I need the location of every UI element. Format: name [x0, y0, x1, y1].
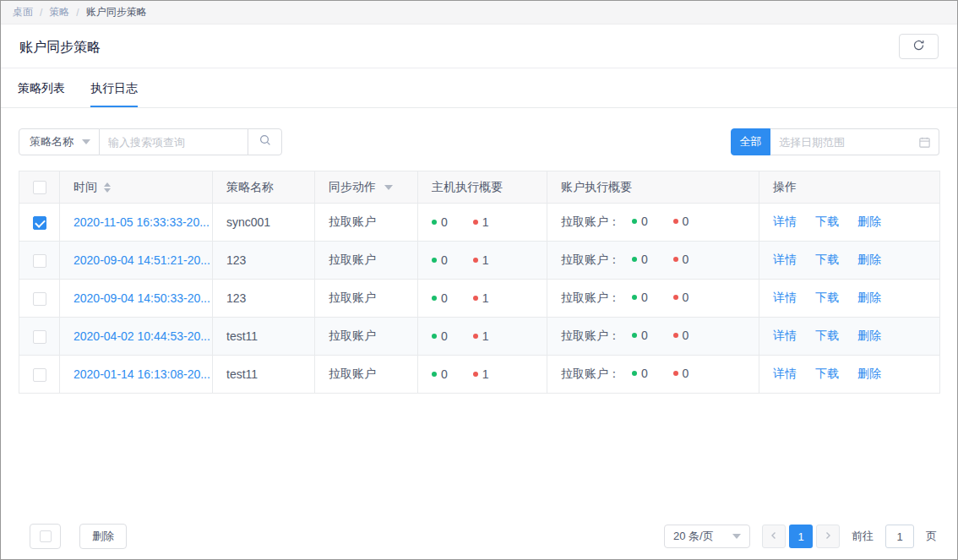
next-page-button[interactable]: [816, 525, 840, 548]
download-link[interactable]: 下载: [815, 367, 839, 380]
search-input[interactable]: [100, 128, 248, 155]
table-row: 2020-04-02 10:44:53-20... test11 拉取账户 0 …: [19, 318, 940, 356]
search-button[interactable]: [248, 128, 282, 155]
breadcrumb: 桌面 / 策略 / 账户同步策略: [1, 1, 957, 24]
delete-link[interactable]: 删除: [857, 291, 881, 304]
select-all-checkbox[interactable]: [33, 181, 46, 194]
success-dot: [632, 257, 637, 262]
filter-caret-icon[interactable]: [384, 185, 393, 190]
page-size-select[interactable]: 20 条/页: [664, 525, 750, 548]
breadcrumb-separator: /: [76, 7, 79, 19]
delete-link[interactable]: 删除: [857, 367, 881, 380]
tab-policy-list[interactable]: 策略列表: [18, 81, 65, 107]
page-title: 账户同步策略: [19, 39, 101, 57]
log-time-link[interactable]: 2020-09-04 14:51:21-20...: [73, 253, 210, 267]
table-header-row: 时间 策略名称 同步动作 主机执行概要 账户执行概要 操作: [19, 171, 940, 204]
date-range-input[interactable]: [770, 136, 939, 149]
log-time-link[interactable]: 2020-01-14 16:13:08-20...: [73, 367, 210, 381]
breadcrumb-desktop[interactable]: 桌面: [13, 5, 33, 19]
table-row: 2020-09-04 14:51:21-20... 123 拉取账户 0 1 拉…: [19, 242, 940, 280]
calendar-icon[interactable]: [918, 136, 931, 152]
column-header-action[interactable]: 同步动作: [315, 171, 418, 204]
breadcrumb-separator: /: [40, 7, 42, 19]
log-time-link[interactable]: 2020-11-05 16:33:33-20...: [73, 215, 210, 229]
row-checkbox[interactable]: [33, 330, 46, 344]
prev-page-button[interactable]: [762, 525, 786, 548]
refresh-icon: [912, 39, 925, 55]
tab-execution-log[interactable]: 执行日志: [90, 81, 138, 107]
account-summary-cell: 拉取账户： 0 0: [547, 204, 759, 242]
success-dot: [632, 295, 637, 300]
row-checkbox[interactable]: [33, 216, 46, 230]
detail-link[interactable]: 详情: [773, 215, 797, 228]
bulk-select-checkbox[interactable]: [40, 530, 52, 542]
download-link[interactable]: 下载: [815, 291, 839, 304]
operations-cell: 详情下载删除: [759, 280, 940, 318]
success-dot: [432, 296, 437, 301]
row-checkbox[interactable]: [33, 254, 46, 268]
failure-dot: [673, 295, 678, 300]
detail-link[interactable]: 详情: [773, 367, 797, 380]
refresh-button[interactable]: [899, 34, 939, 59]
page-size-value: 20 条/页: [673, 529, 714, 544]
account-summary-cell: 拉取账户： 0 0: [547, 280, 759, 318]
detail-link[interactable]: 详情: [773, 329, 797, 342]
row-checkbox[interactable]: [33, 292, 46, 306]
success-dot: [432, 258, 437, 263]
host-summary-cell: 0 1: [418, 242, 547, 280]
sort-carets-icon[interactable]: [104, 182, 111, 193]
page-header: 账户同步策略: [1, 24, 957, 68]
failure-dot: [473, 258, 478, 263]
bulk-select-box[interactable]: [30, 524, 61, 549]
download-link[interactable]: 下载: [815, 253, 839, 266]
search-field-select[interactable]: 策略名称: [19, 128, 100, 155]
detail-link[interactable]: 详情: [773, 253, 797, 266]
download-link[interactable]: 下载: [815, 215, 839, 228]
breadcrumb-policy[interactable]: 策略: [49, 5, 69, 19]
delete-link[interactable]: 删除: [857, 215, 881, 228]
account-sync-policy-page: 桌面 / 策略 / 账户同步策略 账户同步策略 策略列表 执行日志 策略名称: [0, 0, 958, 560]
column-header-time[interactable]: 时间: [60, 171, 213, 204]
policy-name-cell: 123: [213, 280, 315, 318]
page-number-1[interactable]: 1: [789, 525, 813, 548]
failure-dot: [473, 334, 478, 339]
date-range-box: [770, 128, 939, 155]
chevron-left-icon: [769, 530, 779, 543]
account-summary-cell: 拉取账户： 0 0: [547, 318, 759, 356]
goto-page-input[interactable]: [885, 525, 914, 548]
policy-name-cell: sync001: [213, 204, 315, 242]
failure-dot: [673, 333, 678, 338]
table-row: 2020-11-05 16:33:33-20... sync001 拉取账户 0…: [19, 204, 940, 242]
column-header-host-summary: 主机执行概要: [418, 171, 547, 204]
policy-name-cell: 123: [213, 242, 315, 280]
pager: 1: [762, 525, 840, 548]
download-link[interactable]: 下载: [815, 329, 839, 342]
log-time-link[interactable]: 2020-04-02 10:44:53-20...: [73, 329, 210, 343]
search-icon: [259, 133, 272, 150]
breadcrumb-current: 账户同步策略: [86, 5, 147, 19]
failure-dot: [473, 220, 478, 225]
tab-bar: 策略列表 执行日志: [1, 68, 957, 108]
delete-link[interactable]: 删除: [857, 329, 881, 342]
success-dot: [632, 219, 637, 224]
log-time-link[interactable]: 2020-09-04 14:50:33-20...: [73, 291, 210, 305]
table-row: 2020-09-04 14:50:33-20... 123 拉取账户 0 1 拉…: [19, 280, 940, 318]
execution-log-table: 时间 策略名称 同步动作 主机执行概要 账户执行概要 操作 2020-11-05…: [19, 171, 939, 394]
host-summary-cell: 0 1: [418, 356, 547, 394]
host-summary-cell: 0 1: [418, 204, 547, 242]
column-header-operations: 操作: [759, 171, 940, 204]
footer-bar: 删除 20 条/页 1 前往: [1, 524, 957, 549]
bulk-delete-button[interactable]: 删除: [79, 524, 127, 549]
table-row: 2020-01-14 16:13:08-20... test11 拉取账户 0 …: [19, 356, 940, 394]
detail-link[interactable]: 详情: [773, 291, 797, 304]
failure-dot: [673, 219, 678, 224]
host-summary-cell: 0 1: [418, 280, 547, 318]
filter-row: 策略名称 全部: [19, 128, 939, 155]
row-checkbox[interactable]: [33, 368, 46, 382]
operations-cell: 详情下载删除: [759, 204, 940, 242]
delete-link[interactable]: 删除: [857, 253, 881, 266]
operations-cell: 详情下载删除: [759, 318, 940, 356]
all-button[interactable]: 全部: [731, 128, 770, 155]
operations-cell: 详情下载删除: [759, 242, 940, 280]
failure-dot: [473, 372, 478, 377]
